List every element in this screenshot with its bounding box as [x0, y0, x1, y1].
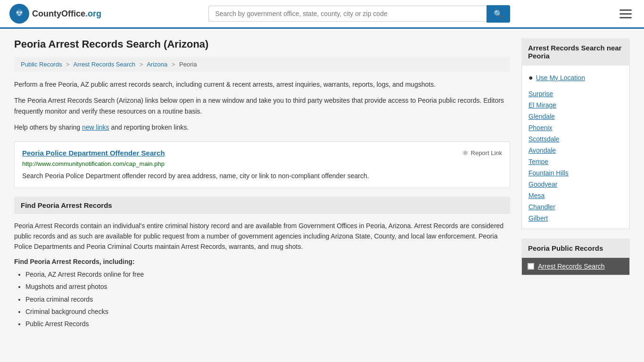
sidebar-nearby-link[interactable]: Tempe: [528, 156, 623, 167]
list-item: Public Arrest Records: [25, 319, 510, 329]
logo-area: CountyOffice.org: [9, 4, 101, 24]
resource-url[interactable]: http://www.communitynotification.com/cap…: [22, 160, 502, 167]
resource-card: Peoria Police Department Offender Search…: [14, 141, 510, 188]
sidebar-nearby-link[interactable]: Fountain Hills: [528, 167, 623, 179]
sidebar-nearby-link[interactable]: Scottsdale: [528, 133, 623, 145]
sidebar-nearby-link[interactable]: El Mirage: [528, 99, 623, 111]
svg-point-3: [20, 11, 22, 13]
breadcrumb-separator-3: >: [172, 61, 175, 68]
sidebar-nearby-link[interactable]: Gilbert: [528, 213, 623, 224]
right-column: Arrest Records Search near Peoria ● Use …: [521, 38, 630, 334]
broken-link-icon: ⚛: [462, 148, 469, 157]
search-area: 🔍: [208, 5, 510, 23]
list-item: Peoria criminal records: [25, 294, 510, 304]
description-3: Help others by sharing new links and rep…: [14, 122, 510, 132]
svg-point-2: [17, 11, 18, 13]
resource-description: Search Peoria Police Department offender…: [22, 171, 502, 181]
resource-title-link[interactable]: Peoria Police Department Offender Search: [22, 149, 165, 157]
description-3-pre: Help others by sharing: [14, 123, 82, 131]
breadcrumb-separator-2: >: [140, 61, 143, 68]
breadcrumb-link-arrest-records[interactable]: Arrest Records Search: [74, 61, 136, 68]
sidebar-nearby-link[interactable]: Goodyear: [528, 179, 623, 190]
use-my-location-link[interactable]: Use My Location: [536, 72, 585, 83]
search-icon: 🔍: [494, 10, 503, 18]
section2-list: Peoria, AZ Arrest Records online for fre…: [14, 269, 510, 329]
header: CountyOffice.org 🔍: [0, 0, 644, 29]
menu-bar-2: [619, 13, 632, 15]
menu-bar-3: [619, 17, 632, 18]
pub-rec-box: Arrest Records Search: [521, 258, 630, 275]
use-location-row[interactable]: ● Use My Location: [528, 70, 623, 85]
nearby-links-container: SurpriseEl MirageGlendalePhoenixScottsda…: [528, 88, 623, 224]
sidebar-nearby-link[interactable]: Phoenix: [528, 122, 623, 133]
section2-body: Peoria Arrest Records contain an individ…: [14, 221, 510, 252]
breadcrumb: Public Records > Arrest Records Search >…: [14, 57, 510, 72]
search-input[interactable]: [208, 6, 487, 22]
pub-rec-heading: Peoria Public Records: [521, 239, 630, 258]
breadcrumb-current: Peoria: [179, 61, 197, 68]
breadcrumb-separator-1: >: [66, 61, 70, 68]
sidebar-nearby-link[interactable]: Chandler: [528, 201, 623, 213]
breadcrumb-link-arizona[interactable]: Arizona: [147, 61, 167, 68]
sidebar-nearby-link[interactable]: Surprise: [528, 88, 623, 99]
breadcrumb-link-public-records[interactable]: Public Records: [21, 61, 62, 68]
sidebar-nearby-link[interactable]: Avondale: [528, 145, 623, 156]
list-item: Criminal background checks: [25, 306, 510, 317]
sidebar-nearby-box: ● Use My Location SurpriseEl MirageGlend…: [521, 66, 630, 229]
main-content: Peoria Arrest Records Search (Arizona) P…: [0, 29, 644, 344]
page-title: Peoria Arrest Records Search (Arizona): [14, 38, 510, 50]
logo-text: CountyOffice.org: [32, 9, 101, 19]
pub-rec-checkbox: [528, 263, 534, 270]
sidebar-nearby-heading: Arrest Records Search near Peoria: [521, 38, 630, 66]
description-2: The Peoria Arrest Records Search (Arizon…: [14, 95, 510, 116]
resource-header: Peoria Police Department Offender Search…: [22, 148, 502, 157]
search-button[interactable]: 🔍: [487, 5, 510, 23]
sidebar-nearby-link[interactable]: Glendale: [528, 111, 623, 122]
pub-rec-item-arrest-records[interactable]: Arrest Records Search: [522, 258, 629, 275]
hamburger-menu-button[interactable]: [617, 7, 635, 21]
pub-rec-arrest-records-link[interactable]: Arrest Records Search: [538, 263, 605, 270]
sidebar-nearby-link[interactable]: Mesa: [528, 190, 623, 201]
left-column: Peoria Arrest Records Search (Arizona) P…: [14, 38, 510, 334]
description-3-post: and reporting broken links.: [109, 123, 189, 131]
new-links-link[interactable]: new links: [82, 123, 109, 131]
site-logo-icon: [9, 4, 29, 24]
menu-bar-1: [619, 9, 632, 11]
section2-heading: Find Peoria Arrest Records: [14, 197, 510, 214]
list-item: Mugshots and arrest photos: [25, 281, 510, 292]
description-1: Perform a free Peoria, AZ public arrest …: [14, 79, 510, 90]
report-link-button[interactable]: ⚛ Report Link: [462, 148, 502, 157]
list-item: Peoria, AZ Arrest Records online for fre…: [25, 269, 510, 280]
section2-list-heading: Find Peoria Arrest Records, including:: [14, 258, 510, 265]
location-pin-icon: ●: [528, 74, 533, 82]
report-link-label: Report Link: [471, 149, 502, 156]
